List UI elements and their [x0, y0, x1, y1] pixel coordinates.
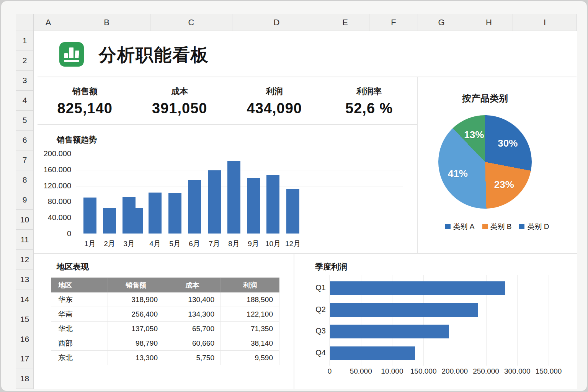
- column-header-I[interactable]: I: [513, 14, 577, 31]
- quarter-label: Q3: [310, 327, 326, 335]
- y-tick-label: 40.000: [38, 213, 71, 222]
- table-cell[interactable]: 5,750: [164, 351, 221, 365]
- x-tick-label: 4月: [146, 239, 164, 249]
- table-cell[interactable]: 华东: [51, 292, 108, 307]
- kpi: 利润434,090: [227, 78, 322, 124]
- region-table: 地区销售额成本利润华东318,900130,400188,500华南256,40…: [51, 278, 279, 365]
- table-cell[interactable]: 13,300: [108, 351, 164, 365]
- row-header-18[interactable]: 18: [16, 369, 34, 389]
- row-header-9[interactable]: 9: [16, 190, 34, 210]
- quarter-bar: [330, 303, 478, 317]
- pie-slice-label: 30%: [498, 137, 518, 149]
- table-cell[interactable]: 71,350: [221, 322, 279, 336]
- legend-label: 类别 B: [490, 222, 512, 232]
- row-header-1[interactable]: 1: [16, 31, 34, 51]
- pie-chart-title: 按产品类别: [438, 92, 532, 105]
- column-header-A[interactable]: A: [34, 14, 63, 31]
- month-bar: [83, 198, 96, 234]
- column-header-E[interactable]: E: [321, 14, 369, 31]
- table-cell[interactable]: 122,100: [221, 307, 279, 322]
- row-header-6[interactable]: 6: [16, 131, 34, 150]
- column-header-B[interactable]: B: [63, 14, 150, 31]
- table-row: 华南256,400134,300122,100: [51, 307, 279, 322]
- category-pie-chart[interactable]: 30%23%41%13%: [438, 115, 532, 209]
- sales-trend-chart[interactable]: [76, 154, 403, 234]
- legend-label: 类别 A: [453, 222, 475, 232]
- column-header-H[interactable]: H: [465, 14, 513, 31]
- row-header-10[interactable]: 10: [16, 210, 34, 230]
- table-cell[interactable]: 130,400: [164, 292, 221, 307]
- table-header-cell[interactable]: 销售额: [108, 278, 164, 292]
- gridline: [76, 154, 403, 154]
- legend-swatch: [445, 224, 451, 229]
- table-cell[interactable]: 西部: [51, 336, 108, 351]
- kpi-label: 销售额: [72, 86, 98, 97]
- row-header-2[interactable]: 2: [16, 51, 34, 71]
- month-bar: [208, 170, 221, 234]
- table-header-cell[interactable]: 成本: [164, 278, 221, 292]
- y-tick-label: 0: [38, 229, 71, 238]
- x-tick-label: 150.000: [531, 367, 566, 376]
- row-header-11[interactable]: 11: [16, 230, 34, 250]
- legend-label: 类别 D: [527, 222, 549, 232]
- row-header-12[interactable]: 12: [16, 250, 34, 270]
- table-row: 西部98,79060,66038,140: [51, 336, 279, 351]
- table-cell[interactable]: 60,660: [164, 336, 221, 351]
- kpi-label: 利润率: [356, 86, 382, 97]
- row-header-3[interactable]: 3: [16, 71, 34, 91]
- select-all-corner[interactable]: [16, 14, 34, 31]
- spreadsheet-window: ABCDEFGHI 123456789101112131415161718 分析…: [1, 1, 587, 391]
- kpi-value: 825,140: [57, 100, 113, 117]
- x-tick-label: 250.000: [469, 367, 503, 376]
- table-cell[interactable]: 9,590: [221, 351, 279, 365]
- quarterly-profit-chart[interactable]: [330, 275, 549, 366]
- column-header-G[interactable]: G: [418, 14, 465, 31]
- row-header-8[interactable]: 8: [16, 170, 34, 190]
- table-header-cell[interactable]: 地区: [51, 278, 108, 292]
- table-row: 华北137,05065,70071,350: [51, 322, 279, 336]
- legend-item: 类别 A: [445, 222, 475, 232]
- quarter-label: Q1: [310, 283, 326, 292]
- row-header-4[interactable]: 4: [16, 91, 34, 111]
- table-cell[interactable]: 256,400: [108, 307, 164, 322]
- table-header-cell[interactable]: 利润: [221, 278, 279, 292]
- x-tick-label: 5月: [166, 239, 184, 249]
- table-cell[interactable]: 318,900: [108, 292, 164, 307]
- table-cell[interactable]: 华南: [51, 307, 108, 322]
- row-header-14[interactable]: 14: [16, 289, 34, 309]
- x-tick-label: 0: [312, 367, 347, 376]
- column-headers: ABCDEFGHI: [34, 14, 577, 31]
- column-header-C[interactable]: C: [150, 14, 232, 31]
- table-cell[interactable]: 134,300: [164, 307, 221, 322]
- row-header-16[interactable]: 16: [16, 329, 34, 349]
- table-cell[interactable]: 东北: [51, 351, 108, 365]
- y-tick-label: 200.000: [38, 149, 71, 158]
- quarterly-profit-title: 季度利润: [315, 261, 347, 272]
- kpi: 成本391,050: [132, 78, 227, 124]
- row-header-15[interactable]: 15: [16, 309, 34, 329]
- table-cell[interactable]: 38,140: [221, 336, 279, 351]
- table-cell[interactable]: 137,050: [108, 322, 164, 336]
- row-header-17[interactable]: 17: [16, 349, 34, 369]
- row-header-5[interactable]: 5: [16, 111, 34, 131]
- legend-item: 类别 B: [482, 222, 512, 232]
- row-header-13[interactable]: 13: [16, 270, 34, 289]
- legend-swatch: [482, 224, 488, 229]
- column-header-D[interactable]: D: [232, 14, 321, 31]
- x-tick-label: 3月: [120, 239, 138, 249]
- x-tick-label: 150.000: [406, 367, 441, 376]
- table-cell[interactable]: 188,500: [221, 292, 279, 307]
- bar-chart-app-icon: [59, 42, 84, 67]
- row-header-7[interactable]: 7: [16, 150, 34, 170]
- table-cell[interactable]: 华北: [51, 322, 108, 336]
- gridline: [549, 275, 549, 366]
- legend-swatch: [519, 224, 524, 229]
- table-cell[interactable]: 65,700: [164, 322, 221, 336]
- month-bar: [136, 208, 143, 234]
- table-cell[interactable]: 98,790: [108, 336, 164, 351]
- pie-legend: 类别 A类别 B类别 D: [417, 222, 577, 232]
- x-tick-label: 9月: [245, 239, 262, 249]
- column-header-F[interactable]: F: [369, 14, 418, 31]
- table-row: 华东318,900130,400188,500: [51, 292, 279, 307]
- legend-item: 类别 D: [519, 222, 549, 232]
